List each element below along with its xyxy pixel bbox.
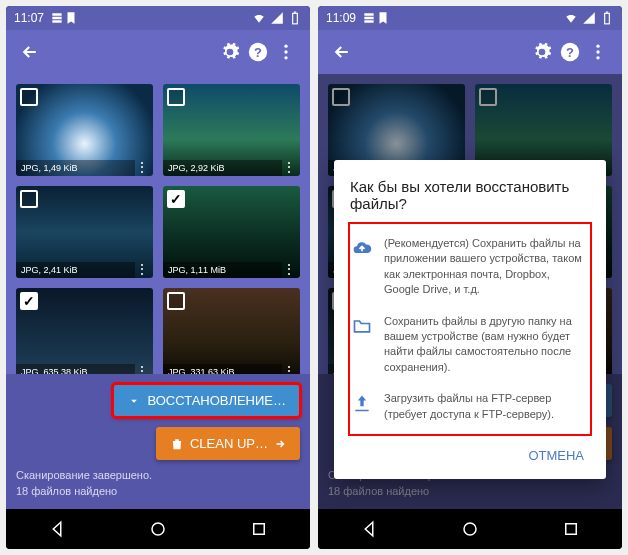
arrow-right-icon (274, 438, 286, 450)
svg-text:?: ? (254, 45, 262, 60)
svg-point-3 (284, 45, 287, 48)
svg-rect-8 (605, 13, 610, 23)
thumbnail[interactable]: JPG, 1,49 KiB⋮ (16, 84, 153, 176)
svg-point-6 (152, 523, 164, 535)
footer: ВОССТАНОВЛЕНИЕ… CLEAN UP… Сканирование з… (6, 374, 310, 509)
dialog-option-text: (Рекомендуется) Сохранить файлы на прило… (384, 236, 588, 298)
settings-button[interactable] (216, 38, 244, 66)
dots-vertical-icon (276, 42, 296, 62)
battery-icon (600, 11, 614, 25)
status-bar: 11:07 (6, 6, 310, 30)
thumbnail-checkbox[interactable] (20, 88, 38, 106)
cancel-button[interactable]: ОТМЕНА (522, 440, 590, 471)
phone-left: 11:07 ? JPG, 1,49 KiB⋮JPG, 2,92 KiB⋮JPG,… (6, 6, 310, 549)
settings-button[interactable] (528, 38, 556, 66)
thumbnail-caption: JPG, 2,41 KiB (16, 262, 135, 278)
dialog-option[interactable]: Сохранить файлы в другую папку на вашем … (352, 306, 588, 384)
dialog-option[interactable]: Загрузить файлы на FTP-сервер (требует д… (352, 383, 588, 430)
nav-home-icon[interactable] (461, 520, 479, 538)
more-button[interactable] (584, 38, 612, 66)
scan-status: Сканирование завершено. 18 файлов найден… (16, 468, 300, 499)
folder-icon (352, 314, 372, 376)
thumbnail-checkbox[interactable] (167, 190, 185, 208)
content-area: JPG, 1,49 KiB⋮JPG, 2,92 KiB⋮JPG, 2,41 Ki… (6, 74, 310, 509)
nav-recent-icon[interactable] (250, 520, 268, 538)
svg-text:?: ? (566, 45, 574, 60)
thumbnail[interactable]: JPG, 2,92 KiB⋮ (163, 84, 300, 176)
status-bar: 11:09 (318, 6, 622, 30)
thumbnail-menu-icon[interactable]: ⋮ (282, 262, 296, 276)
bookmark-icon (376, 11, 390, 25)
dialog-option-text: Загрузить файлы на FTP-сервер (требует д… (384, 391, 588, 422)
wifi-icon (564, 11, 578, 25)
thumbnail-checkbox[interactable] (20, 292, 38, 310)
thumbnail-menu-icon[interactable]: ⋮ (135, 262, 149, 276)
dialog-options: (Рекомендуется) Сохранить файлы на прило… (350, 224, 590, 434)
download-icon (127, 394, 141, 408)
cleanup-label: CLEAN UP… (190, 436, 268, 451)
app-bar: ? (318, 30, 622, 74)
android-nav-bar (6, 509, 310, 549)
help-button[interactable]: ? (244, 38, 272, 66)
phone-right: 11:09 ? JPG, 1,49 KiB⋮JPG, 2,92 KiB⋮JPG,… (318, 6, 622, 549)
help-button[interactable]: ? (556, 38, 584, 66)
svg-point-4 (284, 50, 287, 53)
back-button[interactable] (16, 38, 44, 66)
scan-line1: Сканирование завершено. (16, 468, 300, 483)
thumbnail-checkbox[interactable] (20, 190, 38, 208)
cloud-upload-icon (352, 236, 372, 298)
app-bar: ? (6, 30, 310, 74)
scan-line2: 18 файлов найдено (16, 484, 300, 499)
nav-back-icon[interactable] (48, 520, 66, 538)
nav-home-icon[interactable] (149, 520, 167, 538)
svg-rect-7 (254, 524, 265, 535)
modal-overlay[interactable]: Как бы вы хотели восстановить файлы? (Ре… (318, 74, 622, 509)
dialog-option-text: Сохранить файлы в другую папку на вашем … (384, 314, 588, 376)
restore-dialog: Как бы вы хотели восстановить файлы? (Ре… (334, 160, 606, 479)
help-icon: ? (247, 41, 269, 63)
signal-icon (270, 11, 284, 25)
restore-label: ВОССТАНОВЛЕНИЕ… (147, 393, 286, 408)
svg-point-14 (464, 523, 476, 535)
trash-icon (170, 437, 184, 451)
clock: 11:09 (326, 11, 356, 25)
dialog-title: Как бы вы хотели восстановить файлы? (350, 178, 590, 212)
dots-vertical-icon (588, 42, 608, 62)
clock: 11:07 (14, 11, 44, 25)
gear-icon (220, 42, 240, 62)
notification-icon (50, 11, 64, 25)
more-button[interactable] (272, 38, 300, 66)
thumbnail-caption: JPG, 2,92 KiB (163, 160, 282, 176)
thumbnail-caption: JPG, 1,11 MiB (163, 262, 282, 278)
thumbnail-menu-icon[interactable]: ⋮ (135, 160, 149, 174)
svg-point-11 (596, 45, 599, 48)
signal-icon (582, 11, 596, 25)
thumbnail-caption: JPG, 1,49 KiB (16, 160, 135, 176)
back-button[interactable] (328, 38, 356, 66)
notification-icon (362, 11, 376, 25)
upload-icon (352, 391, 372, 422)
thumbnail[interactable]: JPG, 2,41 KiB⋮ (16, 186, 153, 278)
thumbnail-menu-icon[interactable]: ⋮ (282, 160, 296, 174)
nav-recent-icon[interactable] (562, 520, 580, 538)
android-nav-bar (318, 509, 622, 549)
wifi-icon (252, 11, 266, 25)
dialog-option[interactable]: (Рекомендуется) Сохранить файлы на прило… (352, 228, 588, 306)
thumbnail[interactable]: JPG, 1,11 MiB⋮ (163, 186, 300, 278)
svg-point-5 (284, 56, 287, 59)
cleanup-button[interactable]: CLEAN UP… (156, 427, 300, 460)
thumbnail-checkbox[interactable] (167, 292, 185, 310)
thumbnail[interactable]: JPG, 635,38 KiB⋮ (16, 288, 153, 380)
battery-icon (288, 11, 302, 25)
help-icon: ? (559, 41, 581, 63)
restore-button[interactable]: ВОССТАНОВЛЕНИЕ… (113, 384, 300, 417)
nav-back-icon[interactable] (360, 520, 378, 538)
svg-point-13 (596, 56, 599, 59)
svg-point-12 (596, 50, 599, 53)
thumbnail[interactable]: JPG, 331,63 KiB⋮ (163, 288, 300, 380)
svg-rect-15 (566, 524, 577, 535)
thumbnail-checkbox[interactable] (167, 88, 185, 106)
gear-icon (532, 42, 552, 62)
bookmark-icon (64, 11, 78, 25)
svg-rect-0 (293, 13, 298, 23)
